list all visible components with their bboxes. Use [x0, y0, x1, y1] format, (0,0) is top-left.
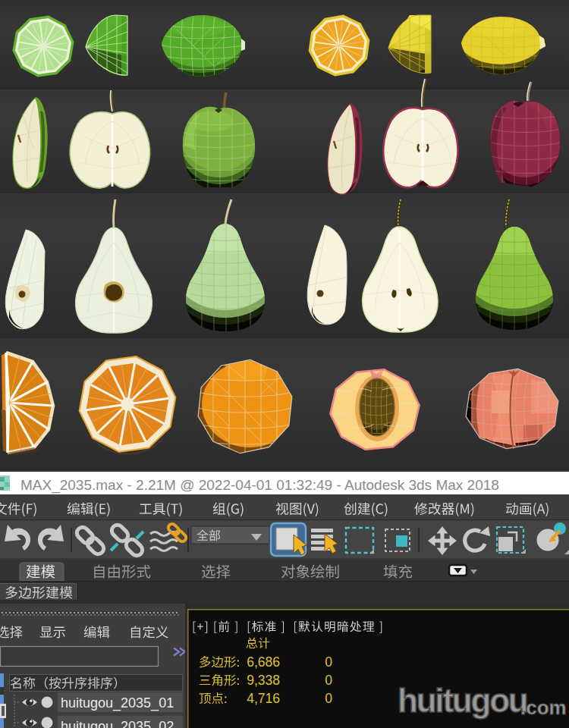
- svg-text:9,338: 9,338: [247, 673, 280, 688]
- svg-text:0: 0: [325, 673, 332, 688]
- svg-text:6,686: 6,686: [247, 654, 280, 670]
- svg-text:0: 0: [325, 691, 332, 706]
- svg-text:4,716: 4,716: [247, 691, 280, 706]
- svg-text:.com: .com: [520, 696, 567, 719]
- svg-text:0: 0: [325, 654, 332, 670]
- svg-text:huitugou_2035_02: huitugou_2035_02: [61, 719, 174, 728]
- svg-text:huitugou: huitugou: [398, 682, 527, 719]
- svg-text:huitugou_2035_01: huitugou_2035_01: [61, 695, 174, 711]
- svg-text:MAX_2035.max - 2.21M @ 2022-04: MAX_2035.max - 2.21M @ 2022-04-01 01:32:…: [20, 477, 499, 494]
